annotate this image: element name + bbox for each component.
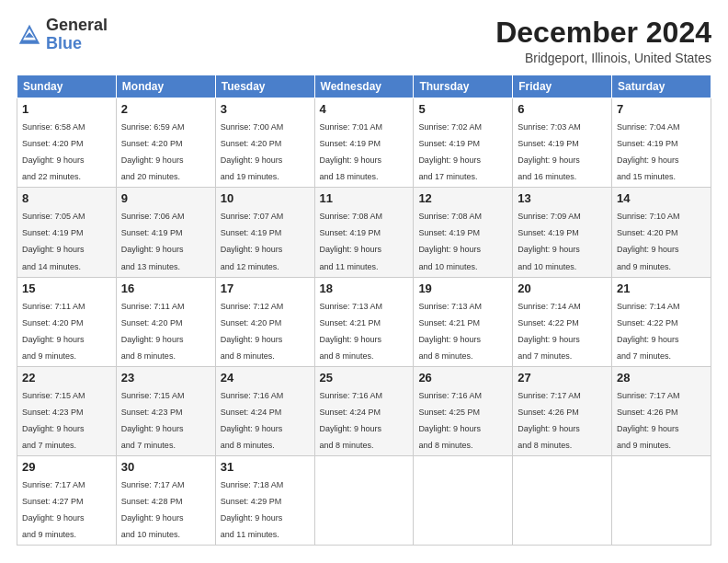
logo: General Blue [17, 17, 108, 53]
calendar-title: December 2024 [495, 17, 711, 49]
table-row: 7 Sunrise: 7:04 AMSunset: 4:19 PMDayligh… [612, 98, 711, 188]
table-row: 25 Sunrise: 7:16 AMSunset: 4:24 PMDaylig… [314, 366, 414, 455]
table-row: 20 Sunrise: 7:14 AMSunset: 4:22 PMDaylig… [513, 277, 612, 366]
col-thursday: Thursday [414, 75, 513, 98]
table-row: 5 Sunrise: 7:02 AMSunset: 4:19 PMDayligh… [414, 98, 513, 188]
logo-icon [17, 22, 42, 48]
table-row: 16 Sunrise: 7:11 AMSunset: 4:20 PMDaylig… [116, 277, 215, 366]
table-row: 8 Sunrise: 7:05 AMSunset: 4:19 PMDayligh… [17, 188, 117, 277]
table-row: 21 Sunrise: 7:14 AMSunset: 4:22 PMDaylig… [612, 277, 711, 366]
table-row: 28 Sunrise: 7:17 AMSunset: 4:26 PMDaylig… [612, 366, 711, 455]
title-block: December 2024 Bridgeport, Illinois, Unit… [495, 17, 711, 65]
table-row: 3 Sunrise: 7:00 AMSunset: 4:20 PMDayligh… [215, 98, 314, 188]
table-row: 26 Sunrise: 7:16 AMSunset: 4:25 PMDaylig… [414, 366, 513, 455]
table-row: 2 Sunrise: 6:59 AMSunset: 4:20 PMDayligh… [116, 98, 215, 188]
col-tuesday: Tuesday [215, 75, 314, 98]
table-row [314, 455, 414, 545]
table-row: 14 Sunrise: 7:10 AMSunset: 4:20 PMDaylig… [612, 188, 711, 277]
table-row [612, 455, 711, 545]
table-row [414, 455, 513, 545]
table-row: 15 Sunrise: 7:11 AMSunset: 4:20 PMDaylig… [17, 277, 117, 366]
col-wednesday: Wednesday [314, 75, 414, 98]
table-row: 31 Sunrise: 7:18 AMSunset: 4:29 PMDaylig… [215, 455, 314, 545]
table-row: 27 Sunrise: 7:17 AMSunset: 4:26 PMDaylig… [513, 366, 612, 455]
col-sunday: Sunday [17, 75, 117, 98]
col-monday: Monday [116, 75, 215, 98]
page: General Blue December 2024 Bridgeport, I… [0, 0, 728, 563]
logo-general-text: General [46, 16, 108, 34]
calendar-subtitle: Bridgeport, Illinois, United States [495, 51, 711, 65]
calendar-header-row: Sunday Monday Tuesday Wednesday Thursday… [17, 75, 711, 98]
table-row: 18 Sunrise: 7:13 AMSunset: 4:21 PMDaylig… [314, 277, 414, 366]
col-saturday: Saturday [612, 75, 711, 98]
table-row: 22 Sunrise: 7:15 AMSunset: 4:23 PMDaylig… [17, 366, 117, 455]
table-row: 11 Sunrise: 7:08 AMSunset: 4:19 PMDaylig… [314, 188, 414, 277]
table-row: 13 Sunrise: 7:09 AMSunset: 4:19 PMDaylig… [513, 188, 612, 277]
table-row [513, 455, 612, 545]
table-row: 19 Sunrise: 7:13 AMSunset: 4:21 PMDaylig… [414, 277, 513, 366]
table-row: 30 Sunrise: 7:17 AMSunset: 4:28 PMDaylig… [116, 455, 215, 545]
table-row: 17 Sunrise: 7:12 AMSunset: 4:20 PMDaylig… [215, 277, 314, 366]
table-row: 1 Sunrise: 6:58 AMSunset: 4:20 PMDayligh… [17, 98, 117, 188]
table-row: 9 Sunrise: 7:06 AMSunset: 4:19 PMDayligh… [116, 188, 215, 277]
table-row: 12 Sunrise: 7:08 AMSunset: 4:19 PMDaylig… [414, 188, 513, 277]
table-row: 24 Sunrise: 7:16 AMSunset: 4:24 PMDaylig… [215, 366, 314, 455]
table-row: 10 Sunrise: 7:07 AMSunset: 4:19 PMDaylig… [215, 188, 314, 277]
logo-blue-text: Blue [46, 34, 82, 52]
table-row: 6 Sunrise: 7:03 AMSunset: 4:19 PMDayligh… [513, 98, 612, 188]
header: General Blue December 2024 Bridgeport, I… [17, 17, 711, 65]
table-row: 4 Sunrise: 7:01 AMSunset: 4:19 PMDayligh… [314, 98, 414, 188]
table-row: 29 Sunrise: 7:17 AMSunset: 4:27 PMDaylig… [17, 455, 117, 545]
calendar-table: Sunday Monday Tuesday Wednesday Thursday… [17, 75, 711, 546]
table-row: 23 Sunrise: 7:15 AMSunset: 4:23 PMDaylig… [116, 366, 215, 455]
col-friday: Friday [513, 75, 612, 98]
